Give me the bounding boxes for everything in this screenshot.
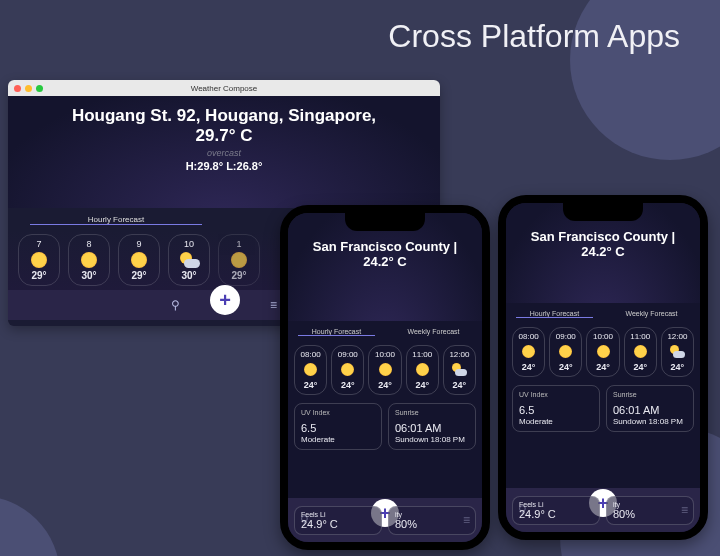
hour-temp: 24° [633, 362, 647, 372]
hour-card[interactable]: 10:0024° [586, 327, 619, 377]
sun-icon [416, 363, 429, 376]
hour-label: 08:00 [519, 332, 539, 341]
sunrise-value: 06:01 AM [395, 422, 469, 434]
sun-icon [379, 363, 392, 376]
sun-icon [522, 345, 535, 358]
hour-temp: 24° [378, 380, 392, 390]
hour-label: 10 [184, 239, 194, 249]
phone-preview-a: San Francisco County | 24.2° C Hourly Fo… [280, 205, 490, 550]
window-titlebar: Weather Compose [8, 80, 440, 96]
feels-like-value: 24.9° C [301, 518, 375, 530]
hour-temp: 29° [31, 270, 46, 281]
hour-label: 12:00 [667, 332, 687, 341]
forecast-tabs: Hourly Forecast Weekly Forecast [506, 303, 700, 323]
info-row-overflow: Feels Li 24.9° C ity 80% [288, 498, 482, 542]
tab-hourly[interactable]: Hourly Forecast [506, 310, 603, 317]
hour-card[interactable]: 11:0024° [624, 327, 657, 377]
pin-icon[interactable]: ⚲ [171, 298, 180, 312]
hourly-forecast-row[interactable]: 08:0024° 09:0024° 10:0024° 11:0024° 12:0… [506, 323, 700, 381]
current-temp: 24.2° C [506, 244, 700, 259]
hour-temp: 24° [415, 380, 429, 390]
uv-label: Moderate [301, 435, 375, 444]
feels-like-value: 24.9° C [519, 508, 593, 520]
cloud-icon [452, 365, 466, 374]
hour-label: 09:00 [556, 332, 576, 341]
phone-notch [563, 203, 643, 221]
feels-like-card[interactable]: Feels Li 24.9° C [294, 506, 382, 535]
hour-label: 12:00 [449, 350, 469, 359]
feels-like-title: Feels Li [301, 511, 375, 518]
hour-temp: 29° [131, 270, 146, 281]
uv-card[interactable]: UV Index 6.5 Moderate [294, 403, 382, 450]
hour-label: 10:00 [375, 350, 395, 359]
sun-icon [597, 345, 610, 358]
location-temp: 29.7° C [8, 126, 440, 146]
current-temp: 24.2° C [288, 254, 482, 269]
feels-like-card[interactable]: Feels Li 24.9° C [512, 496, 600, 525]
uv-card[interactable]: UV Index 6.5 Moderate [512, 385, 600, 432]
location: San Francisco County | [506, 229, 700, 244]
cloud-icon [670, 347, 684, 356]
sunrise-card[interactable]: Sunrise 06:01 AM Sundown 18:08 PM [606, 385, 694, 432]
sunrise-value: 06:01 AM [613, 404, 687, 416]
hour-card[interactable]: 1 29° [218, 234, 260, 286]
hour-label: 09:00 [338, 350, 358, 359]
hour-card[interactable]: 10 30° [168, 234, 210, 286]
tab-weekly[interactable]: Weekly Forecast [603, 310, 700, 317]
sun-icon [341, 363, 354, 376]
hour-label: 1 [236, 239, 241, 249]
hour-card[interactable]: 12:0024° [443, 345, 476, 395]
humidity-card[interactable]: ity 80% [388, 506, 476, 535]
phone-preview-b: San Francisco County | 24.2° C Hourly Fo… [498, 195, 708, 540]
forecast-tabs: Hourly Forecast Weekly Forecast [288, 321, 482, 341]
add-button[interactable]: + [210, 285, 240, 315]
hour-card[interactable]: 7 29° [18, 234, 60, 286]
sundown-value: Sundown 18:08 PM [613, 417, 687, 426]
hour-card[interactable]: 08:0024° [294, 345, 327, 395]
info-row-overflow: Feels Li 24.9° C ity 80% [506, 488, 700, 532]
uv-value: 6.5 [301, 422, 375, 434]
list-icon[interactable]: ≡ [270, 298, 277, 312]
hour-temp: 29° [231, 270, 246, 281]
sun-icon [231, 252, 247, 268]
tab-hourly[interactable]: Hourly Forecast [8, 215, 224, 224]
hour-card[interactable]: 8 30° [68, 234, 110, 286]
location-line-1: Hougang St. 92, Hougang, Singapore, [8, 106, 440, 126]
hour-card[interactable]: 12:0024° [661, 327, 694, 377]
hour-label: 11:00 [630, 332, 650, 341]
sundown-value: Sundown 18:08 PM [395, 435, 469, 444]
hour-card[interactable]: 09:0024° [331, 345, 364, 395]
hi-lo: H:29.8° L:26.8° [8, 160, 440, 172]
uv-title: UV Index [519, 391, 593, 398]
hour-temp: 24° [559, 362, 573, 372]
uv-value: 6.5 [519, 404, 593, 416]
hour-card[interactable]: 08:0024° [512, 327, 545, 377]
current-conditions: Hougang St. 92, Hougang, Singapore, 29.7… [8, 96, 440, 208]
phone-notch [345, 213, 425, 231]
hour-card[interactable]: 10:0024° [368, 345, 401, 395]
humidity-card[interactable]: ity 80% [606, 496, 694, 525]
sun-icon [81, 252, 97, 268]
humidity-value: 80% [613, 508, 687, 520]
sunrise-title: Sunrise [613, 391, 687, 398]
uv-label: Moderate [519, 417, 593, 426]
hour-card[interactable]: 09:0024° [549, 327, 582, 377]
hourly-forecast-row[interactable]: 08:0024° 09:0024° 10:0024° 11:0024° 12:0… [288, 341, 482, 399]
tab-weekly[interactable]: Weekly Forecast [385, 328, 482, 335]
sunrise-title: Sunrise [395, 409, 469, 416]
cloud-icon [180, 254, 198, 266]
hour-label: 10:00 [593, 332, 613, 341]
hour-card[interactable]: 9 29° [118, 234, 160, 286]
hour-temp: 24° [453, 380, 467, 390]
hour-label: 8 [86, 239, 91, 249]
hour-label: 7 [36, 239, 41, 249]
sunrise-card[interactable]: Sunrise 06:01 AM Sundown 18:08 PM [388, 403, 476, 450]
info-row: UV Index 6.5 Moderate Sunrise 06:01 AM S… [506, 381, 700, 436]
sun-icon [559, 345, 572, 358]
hour-label: 08:00 [301, 350, 321, 359]
tab-hourly[interactable]: Hourly Forecast [288, 328, 385, 335]
hour-card[interactable]: 11:0024° [406, 345, 439, 395]
humidity-title: ity [613, 501, 687, 508]
sun-icon [31, 252, 47, 268]
hour-label: 11:00 [412, 350, 432, 359]
